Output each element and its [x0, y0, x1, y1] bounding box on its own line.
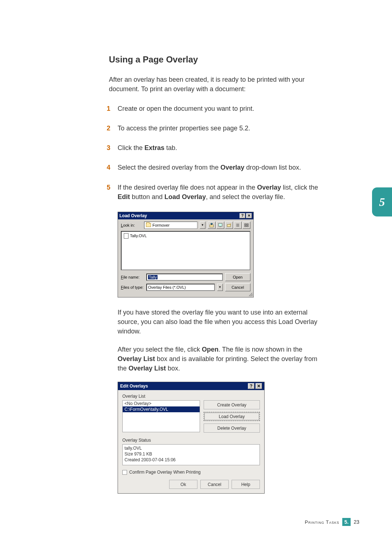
filetype-combo[interactable]: Overlay Files (*.OVL): [146, 284, 215, 291]
listbox-item[interactable]: <No Overlay>: [123, 401, 200, 406]
chevron-down-icon[interactable]: ▼: [200, 222, 205, 229]
intro-paragraph: After an overlay has been created, it is…: [109, 75, 312, 94]
details-view-icon[interactable]: [242, 222, 250, 229]
step-text: Click the: [118, 144, 144, 151]
chapter-side-tab: 5: [372, 187, 392, 216]
paragraph-after-dialog: After you select the file, click Open. T…: [118, 345, 321, 373]
t: After you select the file, click: [118, 346, 202, 353]
dialog-titlebar: Edit Overlays ? ✕: [118, 382, 264, 390]
step-text: Create or open the document you want to …: [118, 105, 254, 112]
cancel-button[interactable]: Cancel: [225, 283, 250, 291]
new-folder-icon[interactable]: ✦: [225, 222, 233, 229]
step-bold: Edit: [118, 193, 130, 200]
help-icon[interactable]: ?: [248, 383, 254, 389]
desktop-icon[interactable]: [216, 222, 224, 229]
load-overlay-button[interactable]: Load Overlay: [204, 412, 260, 421]
footer-page-number: 23: [354, 519, 359, 525]
overlay-status-box: tally.OVL Size 979.1 KB Created 2003-07-…: [122, 444, 260, 465]
file-name-text: Tally.OVL: [130, 234, 147, 238]
look-in-combo[interactable]: Formover: [144, 222, 197, 229]
ok-button[interactable]: Ok: [169, 480, 197, 489]
file-icon: [124, 233, 128, 239]
svg-rect-8: [245, 224, 246, 225]
help-icon[interactable]: ?: [240, 213, 245, 218]
filename-label: File name:: [121, 275, 144, 279]
confirm-overlay-label: Confirm Page Overlay When Printing: [129, 470, 201, 475]
svg-rect-1: [219, 223, 222, 226]
step-bold: Overlay: [220, 164, 244, 171]
dialog-titlebar: Load Overlay ? ✕: [118, 212, 253, 219]
svg-rect-0: [210, 225, 213, 227]
open-button[interactable]: Open: [225, 273, 250, 281]
steps-list: 1 Create or open the document you want t…: [109, 104, 323, 202]
step-number: 5: [107, 183, 110, 192]
step-text: To access the printer properties see pag…: [118, 125, 250, 132]
step-2: 2 To access the printer properties see p…: [109, 123, 323, 133]
filetype-label: Files of type:: [121, 285, 144, 289]
overlay-status-label: Overlay Status: [122, 438, 260, 443]
step-text: list, click the: [281, 184, 318, 191]
status-line: tally.OVL: [124, 446, 258, 451]
step-bold: Load Overlay: [164, 193, 206, 200]
load-overlay-dialog: Load Overlay ? ✕ Look in: Formover ▼: [118, 212, 254, 297]
footer-chapter-num: 5.: [344, 519, 349, 525]
step-number: 1: [107, 104, 110, 113]
file-list-item[interactable]: Tally.OVL: [124, 233, 248, 239]
section-heading: Using a Page Overlay: [109, 54, 359, 65]
step-4: 4 Select the desired overlay from the Ov…: [109, 163, 323, 172]
filename-input[interactable]: Tally: [146, 274, 223, 281]
file-list[interactable]: Tally.OVL: [121, 231, 250, 270]
cancel-button[interactable]: Cancel: [200, 480, 229, 489]
step-5: 5 If the desired overlay file does not a…: [109, 183, 323, 202]
overlay-list-label: Overlay List: [122, 394, 260, 399]
step-bold: Overlay: [257, 184, 281, 191]
up-one-level-icon[interactable]: [208, 222, 216, 229]
t: Overlay List: [128, 365, 166, 372]
overlay-listbox[interactable]: <No Overlay> C:\FormOver\tally.OVL: [122, 400, 200, 432]
step-bold: Extras: [144, 144, 164, 151]
t: . The file is now shown in the: [219, 346, 302, 353]
step-text: , and select the overlay file.: [206, 193, 285, 200]
page-footer: Printing Tasks 5. 23: [305, 518, 359, 526]
delete-overlay-button[interactable]: Delete Overlay: [204, 424, 260, 433]
svg-rect-2: [220, 226, 221, 227]
filename-value: Tally: [148, 275, 158, 279]
step-number: 2: [107, 123, 110, 133]
step-text: Select the desired overlay from the: [118, 164, 220, 171]
chevron-down-icon[interactable]: ▼: [217, 284, 223, 291]
folder-icon: [146, 223, 151, 227]
dialog-title: Edit Overlays: [120, 384, 148, 389]
help-button[interactable]: Help: [232, 480, 260, 489]
paragraph-after-dialog: If you have stored the overlay file you …: [118, 308, 321, 336]
svg-rect-10: [245, 226, 246, 227]
list-view-icon[interactable]: [234, 222, 242, 229]
look-in-label: Look in:: [121, 223, 142, 227]
t: Overlay List: [118, 355, 155, 362]
footer-label: Printing Tasks: [305, 519, 339, 525]
confirm-overlay-checkbox[interactable]: [122, 470, 127, 475]
t: box.: [166, 365, 180, 372]
close-icon[interactable]: ✕: [256, 383, 262, 389]
step-text: button and: [130, 193, 164, 200]
step-text: tab.: [164, 144, 177, 151]
edit-overlays-dialog: Edit Overlays ? ✕ Overlay List <No Overl…: [118, 382, 265, 494]
status-line: Size 979.1 KB: [124, 451, 258, 457]
filetype-value: Overlay Files (*.OVL): [148, 285, 186, 289]
svg-rect-9: [247, 224, 248, 225]
look-in-value: Formover: [152, 223, 170, 227]
footer-chapter: 5.: [342, 518, 351, 526]
status-line: Created 2003-07-04 15:06: [124, 457, 258, 463]
svg-rect-11: [247, 226, 248, 227]
listbox-item-selected[interactable]: C:\FormOver\tally.OVL: [123, 406, 200, 412]
step-text: drop-down list box.: [244, 164, 301, 171]
create-overlay-button[interactable]: Create Overlay: [204, 400, 260, 409]
step-number: 4: [107, 163, 110, 172]
step-number: 3: [107, 143, 110, 153]
step-1: 1 Create or open the document you want t…: [109, 104, 323, 113]
t: Open: [202, 346, 219, 353]
step-3: 3 Click the Extras tab.: [109, 143, 323, 153]
dialog-title: Load Overlay: [119, 213, 147, 218]
svg-text:✦: ✦: [229, 223, 231, 225]
step-text: If the desired overlay file does not app…: [118, 184, 257, 191]
close-icon[interactable]: ✕: [246, 213, 252, 218]
